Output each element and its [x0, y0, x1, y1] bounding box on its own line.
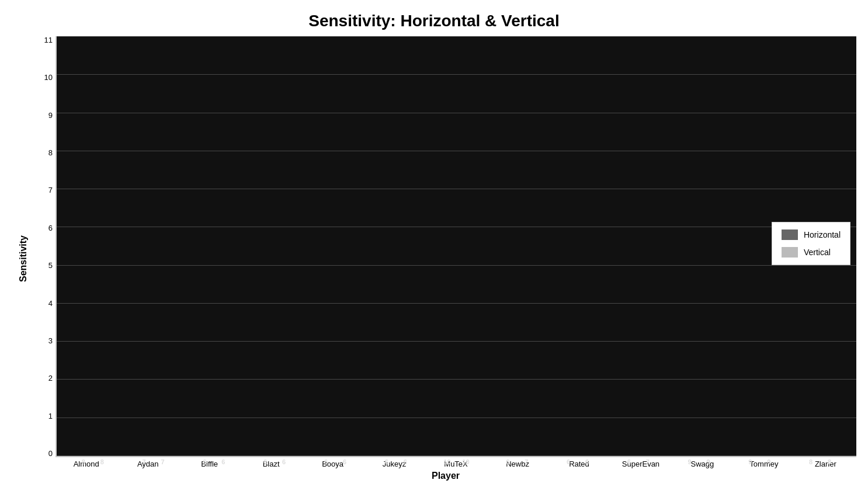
x-tick: Zlaner [795, 460, 856, 468]
chart-inner: 01234567891011 8877666666661010676667999… [35, 36, 856, 481]
x-tick: Swagg [672, 460, 733, 468]
x-tick: SuperEvan [610, 460, 671, 468]
chart-area: Sensitivity 01234567891011 8877666666661… [12, 36, 856, 481]
y-tick: 6 [35, 224, 55, 232]
y-tick: 0 [35, 450, 55, 457]
y-tick: 10 [35, 74, 55, 81]
x-tick: Newbz [487, 460, 548, 468]
y-tick: 7 [35, 186, 55, 194]
plot-area: 01234567891011 8877666666661010676667999… [35, 36, 856, 457]
y-tick: 9 [35, 112, 55, 119]
bar-label-v: 8 [828, 458, 831, 465]
bar-label-v: 7 [161, 458, 165, 465]
bar-label-v: 9 [767, 458, 770, 465]
legend-swatch-horizontal [782, 229, 798, 240]
legend: Horizontal Vertical [772, 222, 850, 265]
bar-label-h: 6 [567, 458, 570, 465]
y-tick: 8 [35, 149, 55, 156]
bar-label-v: 6 [585, 458, 589, 465]
x-tick: Tommey [733, 460, 794, 468]
bar-label-v: 10 [462, 458, 469, 465]
y-tick: 3 [35, 337, 55, 345]
y-tick: 1 [35, 412, 55, 420]
legend-item-horizontal: Horizontal [782, 229, 841, 240]
chart-title: Sensitivity: Horizontal & Vertical [308, 12, 559, 30]
bar-label-h: 9 [748, 458, 752, 465]
bar-label-v: 9 [706, 458, 710, 465]
y-axis-label-container: Sensitivity [12, 36, 35, 481]
bar-label-h: 6 [324, 458, 328, 465]
y-tick: 11 [35, 36, 55, 44]
x-tick: Rated [548, 460, 610, 468]
bar-label-h: 6 [506, 458, 509, 465]
y-axis: 01234567891011 [35, 36, 55, 457]
x-axis-label: Player [35, 471, 856, 481]
x-tick: Aydan [117, 460, 178, 468]
bar-label-v: 6 [343, 458, 346, 465]
bar-label-h: 7 [143, 458, 146, 465]
bar-label-v: 6 [221, 458, 225, 465]
bar-label-h: 6 [385, 458, 388, 465]
y-tick: 2 [35, 374, 55, 382]
y-axis-label: Sensitivity [18, 235, 29, 282]
bars-group: 8877666666661010676667999988 [57, 36, 856, 456]
legend-label-horizontal: Horizontal [804, 230, 841, 239]
bar-label-h: 9 [688, 458, 691, 465]
bar-label-h: 6 [203, 458, 206, 465]
x-tick: Biffle [179, 460, 240, 468]
bar-label-v: 8 [100, 458, 104, 465]
bar-label-h: 6 [627, 458, 631, 465]
bar-label-h: 6 [263, 458, 267, 465]
x-tick: Jukeyz [363, 460, 425, 468]
legend-label-vertical: Vertical [804, 248, 831, 257]
x-tick: Booya [302, 460, 363, 468]
bar-label-v: 7 [646, 458, 650, 465]
bars-and-grid: 8877666666661010676667999988 [55, 36, 856, 457]
x-tick: Blazt [240, 460, 301, 468]
x-tick: MuTeX [425, 460, 487, 468]
bar-label-v: 6 [282, 458, 286, 465]
legend-swatch-vertical [782, 247, 798, 258]
y-tick: 5 [35, 262, 55, 269]
y-tick: 4 [35, 300, 55, 307]
bar-label-v: 7 [525, 458, 528, 465]
legend-item-vertical: Vertical [782, 247, 841, 258]
chart-container: Sensitivity: Horizontal & Vertical Sensi… [0, 0, 868, 487]
bar-label-h: 10 [443, 458, 450, 465]
bar-label-v: 6 [404, 458, 407, 465]
bar-label-h: 8 [809, 458, 813, 465]
x-tick: Almond [55, 460, 117, 468]
bar-label-h: 8 [82, 458, 85, 465]
